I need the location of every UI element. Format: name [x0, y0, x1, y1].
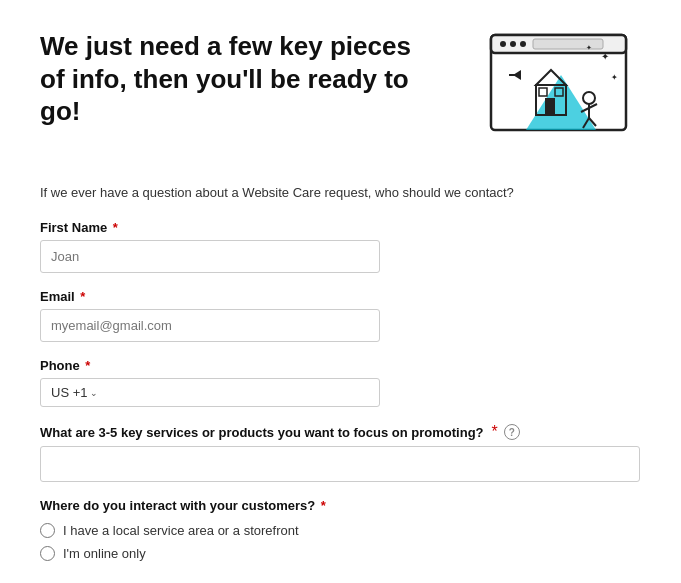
required-indicator: *: [317, 498, 326, 513]
required-indicator: *: [77, 289, 86, 304]
illustration: ✦ ✦ ✦: [481, 30, 641, 160]
help-icon[interactable]: ?: [504, 424, 520, 440]
email-group: Email *: [40, 289, 641, 342]
svg-rect-5: [533, 39, 603, 49]
radio-option-local[interactable]: I have a local service area or a storefr…: [40, 523, 641, 538]
svg-rect-9: [545, 98, 555, 115]
required-indicator: *: [109, 220, 118, 235]
subtitle-text: If we ever have a question about a Websi…: [40, 184, 641, 202]
svg-point-2: [500, 41, 506, 47]
services-label-row: What are 3-5 key services or products yo…: [40, 423, 641, 441]
phone-input-wrapper: US +1 ⌄: [40, 378, 380, 407]
first-name-input[interactable]: [40, 240, 380, 273]
required-indicator: *: [492, 423, 498, 441]
email-label: Email *: [40, 289, 641, 304]
services-input[interactable]: [40, 446, 640, 482]
radio-input-online[interactable]: [40, 546, 55, 561]
svg-text:✦: ✦: [601, 51, 609, 62]
radio-label-online: I'm online only: [63, 546, 146, 561]
services-label: What are 3-5 key services or products yo…: [40, 425, 484, 440]
interact-group: Where do you interact with your customer…: [40, 498, 641, 561]
page-headline: We just need a few key pieces of info, t…: [40, 30, 420, 128]
first-name-group: First Name *: [40, 220, 641, 273]
phone-country-selector[interactable]: US +1 ⌄: [51, 385, 98, 400]
phone-label: Phone *: [40, 358, 641, 373]
radio-label-local: I have a local service area or a storefr…: [63, 523, 299, 538]
services-group: What are 3-5 key services or products yo…: [40, 423, 641, 482]
interaction-radio-group: I have a local service area or a storefr…: [40, 523, 641, 561]
svg-point-4: [520, 41, 526, 47]
phone-number-input[interactable]: [104, 385, 370, 400]
svg-point-3: [510, 41, 516, 47]
radio-input-local[interactable]: [40, 523, 55, 538]
interact-label: Where do you interact with your customer…: [40, 498, 641, 513]
chevron-down-icon: ⌄: [90, 388, 98, 398]
radio-option-online[interactable]: I'm online only: [40, 546, 641, 561]
phone-country-code: US +1: [51, 385, 88, 400]
svg-text:✦: ✦: [611, 73, 618, 82]
svg-text:✦: ✦: [586, 44, 592, 51]
phone-group: Phone * US +1 ⌄: [40, 358, 641, 407]
required-indicator: *: [82, 358, 91, 373]
first-name-label: First Name *: [40, 220, 641, 235]
email-input[interactable]: [40, 309, 380, 342]
